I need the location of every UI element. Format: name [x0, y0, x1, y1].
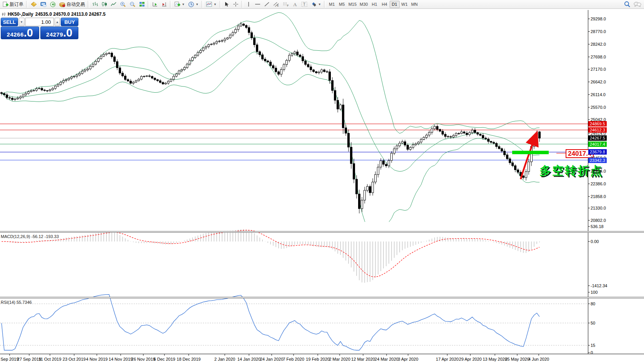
bar-chart-button[interactable]: [91, 0, 100, 8]
candle-body: [176, 74, 178, 76]
timeframe-m1-button[interactable]: M1: [327, 1, 337, 8]
candle-body: [453, 135, 455, 137]
candle-body: [310, 67, 312, 70]
candle-body: [133, 82, 134, 83]
chevron-down-icon: ▼: [214, 3, 217, 6]
date-tick-label: 4 Jun 2020: [528, 357, 549, 361]
horizontal-line-button[interactable]: [253, 0, 262, 8]
timeframe-d1-button[interactable]: D1: [390, 1, 400, 8]
candle-body: [399, 143, 401, 146]
vertical-line-button[interactable]: [244, 0, 253, 8]
candle-body: [73, 77, 75, 77]
candle-body: [9, 98, 11, 98]
candle-body: [46, 91, 48, 91]
candle-body: [420, 140, 422, 142]
volume-increase-button[interactable]: ▲: [55, 18, 60, 26]
trendline-button[interactable]: [262, 0, 271, 8]
chat-button[interactable]: [632, 0, 643, 8]
new-order-button[interactable]: 新订单: [1, 0, 25, 8]
crosshair-button[interactable]: [231, 0, 240, 8]
timeframe-m15-button[interactable]: M15: [347, 1, 358, 8]
candle-body: [30, 91, 32, 92]
candle-body: [525, 172, 527, 177]
zoom-in-icon: [120, 2, 126, 7]
virtual-hosting-button[interactable]: [39, 0, 48, 8]
equidistant-channel-button[interactable]: E: [272, 0, 281, 8]
rsi-axis-label: 50: [591, 321, 595, 325]
metaeditor-icon: [31, 2, 37, 7]
chart-canvas[interactable]: HK50-,Daily 24535.0 24570.0 24113.0 2426…: [0, 9, 644, 363]
candle-body: [95, 62, 97, 64]
timeframe-m5-button[interactable]: M5: [337, 1, 347, 8]
candle-body: [369, 186, 371, 193]
date-tick-label: 19 Feb 2020: [306, 357, 330, 361]
chart-title: HK50-,Daily 24535.0 24570.0 24113.0 2426…: [2, 12, 106, 17]
candle-body: [318, 72, 320, 73]
candle-body: [224, 39, 226, 40]
candle-body: [248, 28, 250, 33]
candle-body: [402, 142, 403, 143]
date-tick-label: 7 Feb 2020: [283, 357, 304, 361]
timeframe-w1-button[interactable]: W1: [400, 1, 410, 8]
candle-body: [243, 24, 245, 25]
line-chart-button[interactable]: [109, 0, 118, 8]
metaeditor-button[interactable]: [29, 0, 38, 8]
candle-body: [87, 69, 89, 70]
text-button[interactable]: A: [291, 0, 299, 8]
support-zone-rectangle[interactable]: [512, 151, 549, 154]
candle-body: [485, 138, 487, 139]
signals-button[interactable]: [48, 0, 57, 8]
buy-price-button[interactable]: 24279.0: [40, 27, 79, 39]
candle-body: [375, 175, 377, 182]
sell-price-button[interactable]: 24266.0: [1, 27, 39, 39]
timeframe-h4-button[interactable]: H4: [380, 1, 390, 8]
candle-body: [240, 24, 242, 26]
candle-body: [361, 200, 363, 208]
candle-body: [149, 76, 151, 76]
auto-trading-icon: [59, 2, 65, 7]
candle-body: [81, 71, 83, 73]
auto-trading-button[interactable]: 自动交易: [58, 0, 86, 8]
timeframe-h1-button[interactable]: H1: [370, 1, 380, 8]
sell-button[interactable]: SELL: [1, 18, 18, 26]
periods-clock-button[interactable]: ▼: [187, 0, 200, 8]
rsi-axis-label: 0: [591, 350, 593, 355]
pane-separator[interactable]: [0, 231, 644, 233]
candle-body: [168, 81, 169, 83]
candle-body: [515, 166, 516, 170]
candle-body: [469, 133, 471, 135]
volume-input[interactable]: [25, 18, 54, 26]
text-label-button[interactable]: T: [300, 0, 309, 8]
bollinger-band-line: [2, 37, 539, 171]
pane-separator[interactable]: [0, 297, 644, 298]
candle-body: [157, 80, 159, 81]
zoom-out-button[interactable]: [128, 0, 137, 8]
indicators-button[interactable]: ▼: [204, 0, 218, 8]
candle-body: [60, 82, 62, 84]
timeframe-mn-button[interactable]: MN: [410, 1, 420, 8]
tile-windows-button[interactable]: [138, 0, 146, 8]
candle-body: [445, 134, 446, 137]
candle-body: [383, 161, 385, 164]
buy-button[interactable]: BUY: [61, 18, 78, 26]
fibonacci-button[interactable]: F: [281, 0, 290, 8]
date-tick-label: 29 Apr 2020: [459, 357, 481, 361]
price-level-badge: 23342.3: [588, 158, 607, 163]
horizontal-line-icon: [255, 2, 261, 7]
volume-decrease-button[interactable]: ▼: [19, 18, 25, 26]
timeframe-m30-button[interactable]: M30: [358, 1, 369, 8]
price-tick-label: 27170.0: [591, 67, 606, 72]
candle-body: [393, 149, 395, 153]
cursor-button[interactable]: [222, 0, 231, 8]
candlestick-chart-icon: [101, 2, 107, 7]
auto-scroll-button[interactable]: [151, 0, 159, 8]
new-chart-button[interactable]: ▼: [173, 0, 186, 8]
search-button[interactable]: [622, 0, 632, 8]
candle-body: [377, 167, 379, 175]
arrows-button[interactable]: ▼: [309, 0, 323, 8]
candle-body: [12, 98, 13, 100]
zoom-in-button[interactable]: [118, 0, 128, 8]
candlestick-chart-button[interactable]: [100, 0, 109, 8]
candle-body: [302, 57, 304, 61]
chart-shift-button[interactable]: [160, 0, 169, 8]
